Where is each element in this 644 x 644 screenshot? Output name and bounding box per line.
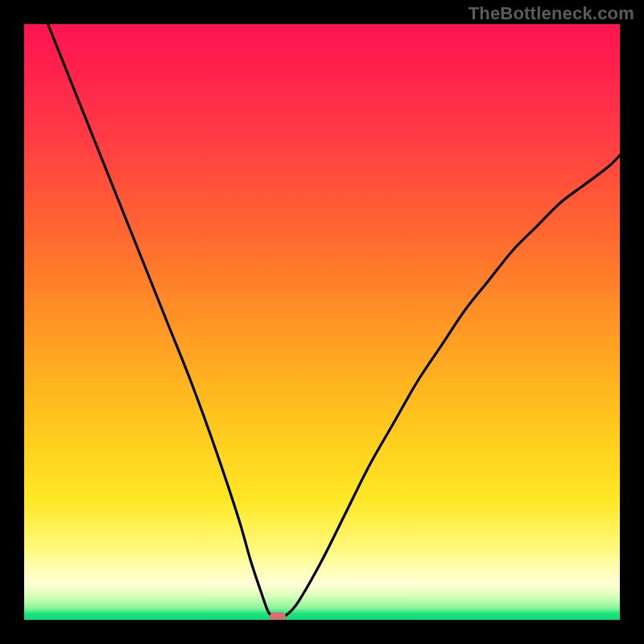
optimal-point-marker [270, 613, 286, 620]
bottleneck-curve-path [48, 24, 620, 617]
plot-area [24, 24, 620, 620]
watermark-text: TheBottleneck.com [469, 3, 634, 24]
bottleneck-curve-svg [24, 24, 620, 620]
app-frame: TheBottleneck.com [0, 0, 644, 644]
